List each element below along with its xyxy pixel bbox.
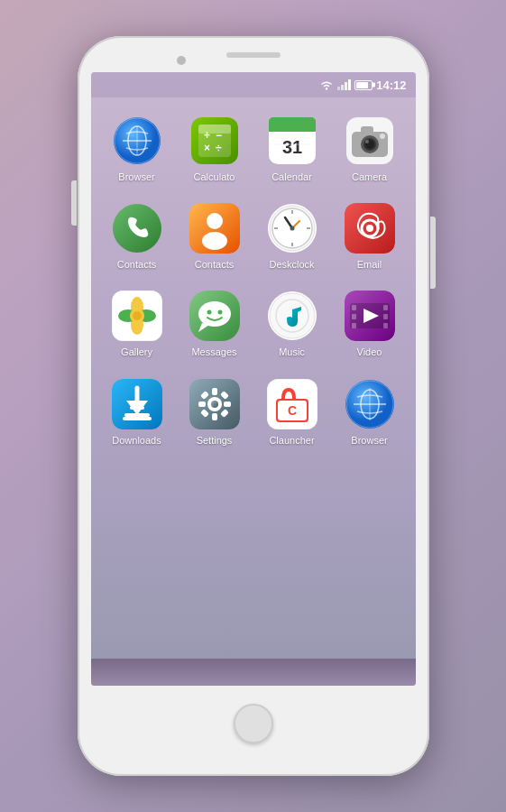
svg-point-30 (207, 213, 223, 229)
app-label-downloads: Downloads (112, 435, 161, 447)
app-browser[interactable]: Browser (98, 106, 176, 194)
svg-point-0 (326, 88, 327, 89)
svg-rect-83 (224, 401, 231, 407)
app-label-browser2: Browser (351, 435, 387, 447)
svg-point-44 (366, 225, 373, 232)
svg-rect-81 (212, 413, 217, 420)
app-icon-camera (345, 115, 395, 166)
app-icon-browser (112, 115, 162, 166)
app-grid: Browser + (91, 97, 416, 659)
app-label-contacts-orange: Contacts (195, 259, 234, 271)
svg-point-57 (217, 310, 222, 315)
app-label-clauncher: Clauncher (269, 435, 314, 447)
battery-icon (354, 80, 373, 90)
app-label-browser: Browser (118, 171, 154, 183)
app-icon-deskclock (267, 203, 317, 254)
svg-text:×: × (204, 142, 210, 154)
svg-text:31: 31 (281, 137, 301, 157)
svg-text:÷: ÷ (216, 142, 222, 154)
app-label-email: Email (357, 259, 382, 271)
svg-rect-76 (123, 417, 152, 420)
app-video[interactable]: Video (331, 281, 409, 369)
svg-point-31 (202, 232, 227, 250)
phone-bottom (78, 695, 429, 758)
app-label-settings: Settings (197, 435, 233, 447)
app-gallery[interactable]: Gallery (98, 281, 176, 369)
svg-rect-69 (383, 323, 388, 328)
app-calculator[interactable]: + − × ÷ Calculato (176, 106, 253, 194)
phone-top (78, 36, 429, 63)
app-browser2[interactable]: Browser (331, 370, 409, 457)
screen: 14:12 (91, 72, 416, 686)
app-settings[interactable]: Settings (176, 370, 253, 457)
app-deskclock[interactable]: Deskclock (253, 194, 331, 281)
app-label-camera: Camera (352, 171, 387, 183)
svg-text:C: C (287, 403, 296, 418)
svg-point-56 (207, 310, 211, 315)
phone-frame: 14:12 (78, 36, 429, 776)
svg-rect-65 (352, 314, 356, 319)
svg-point-79 (211, 401, 218, 408)
app-icon-video (345, 291, 395, 341)
app-icon-settings (189, 379, 240, 429)
app-camera[interactable]: Camera (331, 106, 409, 194)
app-icon-browser2 (345, 379, 395, 429)
svg-point-52 (133, 311, 142, 320)
wallpaper-bottom (91, 659, 416, 686)
app-clauncher[interactable]: C Clauncher (253, 370, 331, 457)
app-label-video: Video (357, 346, 382, 358)
home-button[interactable] (234, 704, 273, 743)
app-icon-contacts-green (112, 203, 162, 254)
app-label-gallery: Gallery (121, 346, 152, 358)
app-label-calendar: Calendar (271, 171, 312, 183)
svg-rect-66 (352, 323, 356, 328)
app-contacts-orange[interactable]: Contacts (176, 194, 253, 281)
app-icon-contacts-orange (189, 203, 240, 254)
svg-point-25 (365, 140, 369, 143)
app-icon-clauncher: C (267, 379, 317, 429)
svg-rect-16 (269, 123, 316, 132)
svg-point-54 (198, 301, 231, 327)
svg-rect-26 (361, 126, 373, 134)
app-icon-calculator: + − × ÷ (189, 115, 240, 166)
app-downloads[interactable]: Downloads (98, 370, 176, 457)
app-music[interactable]: Music (253, 281, 331, 369)
app-contacts-green[interactable]: Contacts (98, 194, 176, 281)
app-icon-calendar: 31 (267, 115, 317, 166)
front-camera (177, 56, 186, 65)
speaker (226, 52, 281, 58)
svg-rect-64 (352, 305, 356, 310)
app-icon-gallery (112, 291, 162, 341)
app-label-contacts-green: Contacts (117, 259, 156, 271)
app-label-messages: Messages (191, 346, 236, 358)
svg-rect-67 (383, 305, 388, 310)
svg-rect-82 (198, 401, 206, 407)
app-icon-music (267, 291, 317, 341)
app-label-music: Music (279, 346, 305, 358)
svg-point-41 (290, 226, 294, 231)
app-messages[interactable]: Messages (176, 281, 253, 369)
wifi-icon (319, 79, 334, 90)
app-email[interactable]: Email (331, 194, 409, 281)
app-label-deskclock: Deskclock (269, 259, 314, 271)
app-icon-messages (189, 291, 240, 341)
status-icons: 14:12 (319, 78, 406, 92)
svg-rect-12 (198, 125, 231, 134)
app-icon-downloads (112, 379, 162, 429)
app-icon-email (345, 203, 395, 254)
svg-rect-68 (383, 314, 388, 319)
svg-point-27 (380, 134, 385, 139)
app-calendar[interactable]: 31 Calendar (253, 106, 331, 194)
signal-icon (337, 79, 351, 90)
app-label-calculator: Calculato (194, 171, 235, 183)
svg-rect-80 (212, 388, 217, 395)
status-time: 14:12 (376, 78, 406, 92)
status-bar: 14:12 (91, 72, 416, 97)
